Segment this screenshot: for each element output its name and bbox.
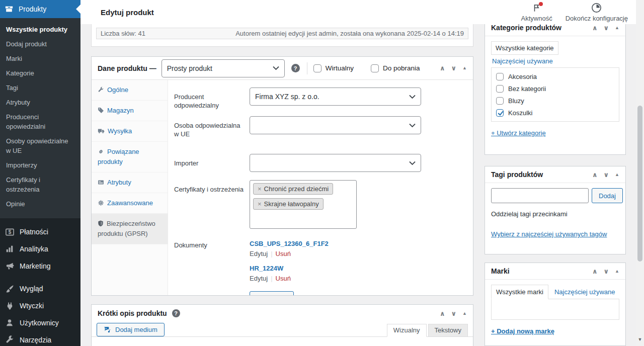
downloadable-label: Do pobrania [383, 64, 420, 72]
sidebar-item-narzedzia[interactable]: Narzędzia [0, 331, 80, 346]
tab-zaawansowane[interactable]: Zaawansowane [92, 193, 168, 214]
sidebar-item-opinie[interactable]: Opinie [0, 197, 80, 211]
tab-most-used-categories[interactable]: Najczęściej używane [492, 57, 619, 65]
add-media-button[interactable]: Dodaj medium [97, 323, 165, 336]
brush-icon [5, 284, 15, 294]
sidebar-item-osoby-ue[interactable]: Osoby opowiedzialne w UE [0, 134, 80, 158]
tab-all-brands[interactable]: Wszystkie marki [491, 285, 548, 299]
tags-input[interactable] [491, 188, 589, 203]
help-icon[interactable]: ? [291, 64, 300, 72]
collapse-icon[interactable]: ▲ [462, 311, 467, 316]
add-tag-button[interactable]: Dodaj [592, 188, 623, 203]
product-data-title: Dane produktu — [98, 64, 156, 72]
sidebar-item-uzytkownicy[interactable]: Użytkownicy [0, 314, 80, 331]
downloadable-checkbox-group[interactable]: Do pobrania [371, 64, 420, 72]
category-row[interactable]: Akcesoria [496, 73, 614, 80]
tab-ogolne[interactable]: Ogólne [92, 80, 168, 101]
chevron-down-icon [273, 66, 279, 70]
document-link[interactable]: HR_1224W [250, 265, 329, 272]
collapse-icon[interactable]: ▲ [462, 66, 467, 70]
add-brand-link[interactable]: + Dodaj nową markę [491, 327, 554, 335]
downloadable-checkbox[interactable] [371, 64, 379, 72]
document-edit-link[interactable]: Edytuj [250, 275, 268, 282]
product-categories-metabox: Kategorie produktów ∧ ∨ ▲ Wszystkie kate… [485, 19, 626, 155]
collapse-icon[interactable]: ▲ [615, 269, 619, 274]
move-up-icon[interactable]: ∧ [592, 268, 598, 275]
move-down-icon[interactable]: ∨ [604, 268, 609, 275]
move-up-icon[interactable]: ∧ [440, 65, 445, 71]
activity-button[interactable]: Aktywność [521, 3, 552, 22]
move-up-icon[interactable]: ∧ [440, 310, 445, 317]
category-row[interactable]: Bluzy [496, 97, 614, 105]
category-checkbox[interactable] [496, 97, 504, 105]
remove-tag-icon[interactable]: × [258, 200, 262, 208]
sidebar-item-analityka[interactable]: Analityka [0, 240, 80, 257]
tab-atrybuty[interactable]: Atrybuty [92, 172, 168, 193]
move-down-icon[interactable]: ∨ [604, 25, 609, 31]
create-category-link[interactable]: + Utwórz kategorię [491, 129, 546, 137]
finish-setup-button[interactable]: Dokończ konfigurację [566, 3, 628, 22]
document-edit-link[interactable]: Edytuj [250, 250, 268, 257]
document-delete-link[interactable]: Usuń [276, 250, 291, 257]
virtual-checkbox[interactable] [313, 64, 321, 72]
category-row[interactable]: Koszulki [496, 109, 614, 117]
tab-most-used-brands[interactable]: Najczęściej używane [554, 288, 615, 296]
short-description-header: Krótki opis produktu ? ∧ ∨ ▲ [92, 305, 473, 320]
products-submenu: Wszystkie produkty Dodaj produkt Marki K… [0, 18, 80, 218]
tab-visual[interactable]: Wizualny [387, 324, 427, 337]
sidebar-item-marki[interactable]: Marki [0, 51, 80, 66]
page-scrollbar[interactable]: ▼ [636, 0, 644, 346]
scrollbar-down-arrow[interactable]: ▼ [636, 337, 644, 342]
sidebar-item-marketing[interactable]: Marketing [0, 257, 80, 275]
help-icon[interactable]: ? [172, 309, 180, 317]
manufacturer-select[interactable]: Firma XYZ sp. z o.o. [250, 88, 421, 106]
sidebar-item-wszystkie-produkty[interactable]: Wszystkie produkty [0, 22, 80, 37]
eu-person-select[interactable] [250, 116, 421, 134]
sidebar-item-tagi[interactable]: Tagi [0, 80, 80, 95]
brands-metabox: Marki ∧ ∨ ▲ Wszystkie marki Najczęściej … [485, 263, 626, 346]
category-checkbox[interactable] [496, 73, 504, 80]
remove-tag-icon[interactable]: × [258, 185, 262, 193]
media-icon [104, 326, 111, 333]
tab-wysylka[interactable]: Wysyłka [92, 121, 168, 142]
sidebar-item-wyglad[interactable]: Wygląd [0, 280, 80, 297]
scrollbar-thumb[interactable] [637, 106, 642, 262]
analytics-icon [5, 244, 15, 254]
collapse-icon[interactable]: ▲ [615, 26, 619, 30]
sidebar-item-producenci[interactable]: Producenci opowiedzialni [0, 110, 80, 134]
move-up-icon[interactable]: ∧ [592, 171, 598, 178]
move-up-icon[interactable]: ∧ [592, 25, 598, 31]
category-row[interactable]: Bez kategorii [496, 85, 614, 93]
sidebar-item-dodaj-produkt[interactable]: Dodaj produkt [0, 37, 80, 51]
category-checkbox[interactable] [496, 85, 504, 93]
tab-text[interactable]: Tekstowy [428, 324, 468, 337]
virtual-checkbox-group[interactable]: Wirtualny [313, 64, 354, 72]
chevron-down-icon [409, 161, 416, 165]
sidebar-item-platnosci[interactable]: $ Płatności [0, 223, 80, 240]
sidebar-item-certyfikaty[interactable]: Certyfikaty i ostrzeżenia [0, 172, 80, 197]
tab-all-categories[interactable]: Wszystkie kategorie [491, 41, 558, 55]
category-checkbox[interactable] [496, 109, 504, 117]
add-files-button[interactable]: Dodaj pliki [250, 291, 294, 295]
svg-text:$: $ [8, 229, 11, 235]
sidebar-item-atrybuty[interactable]: Atrybuty [0, 95, 80, 110]
choose-popular-tags-link[interactable]: Wybierz z najczęściej używanych tagów [491, 230, 607, 238]
move-down-icon[interactable]: ∨ [451, 310, 457, 317]
move-down-icon[interactable]: ∨ [604, 171, 609, 178]
collapse-icon[interactable]: ▲ [615, 172, 619, 177]
chevron-down-icon [409, 123, 416, 128]
document-link[interactable]: CSB_UPS_12360_6_F1F2 [250, 240, 329, 247]
importer-select[interactable] [250, 154, 421, 172]
tab-powiazane-produkty[interactable]: Powiązane produkty [92, 142, 168, 172]
certificates-multiselect[interactable]: ×Chronić przed dziećmi ×Skrajne łatwopal… [250, 180, 357, 229]
document-delete-link[interactable]: Usuń [276, 275, 291, 282]
move-down-icon[interactable]: ∨ [451, 65, 457, 71]
sidebar-item-wtyczki[interactable]: Wtyczki [0, 297, 80, 314]
sidebar-item-kategorie[interactable]: Kategorie [0, 66, 80, 80]
tab-magazyn[interactable]: Magazyn [92, 101, 168, 121]
product-type-select[interactable]: Prosty produkt [162, 59, 285, 77]
sidebar-item-produkty[interactable]: Produkty [0, 0, 80, 18]
tab-bezpieczenstwo-gpsr[interactable]: Biezpieczeństwo produktu (GPSR) [92, 214, 168, 244]
card-icon [98, 179, 104, 186]
sidebar-item-importerzy[interactable]: Importerzy [0, 158, 80, 172]
